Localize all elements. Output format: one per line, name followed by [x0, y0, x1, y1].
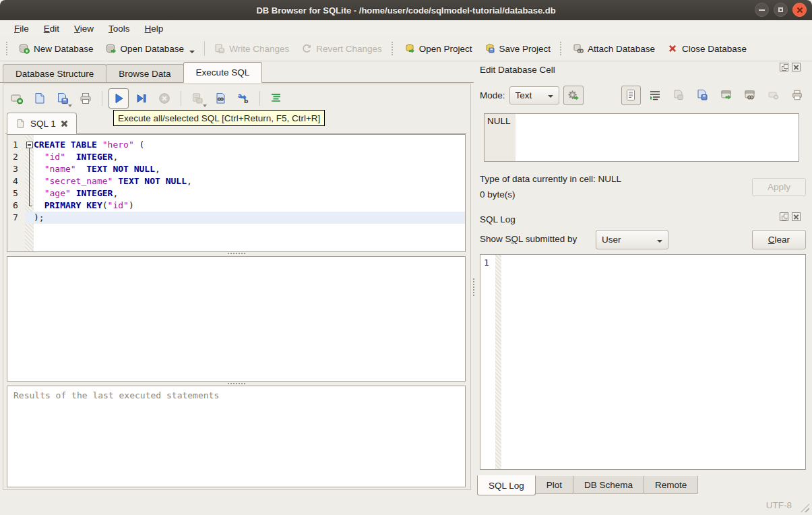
- text-mode-button[interactable]: [621, 86, 641, 105]
- open-project-button[interactable]: Open Project: [398, 40, 478, 57]
- toolbar-grip[interactable]: [392, 42, 395, 55]
- fold-collapse-icon[interactable]: [25, 139, 34, 151]
- open-project-icon: [404, 43, 415, 54]
- maximize-button[interactable]: [774, 3, 788, 17]
- log-filter-combobox[interactable]: User: [596, 230, 668, 249]
- apply-button[interactable]: Apply: [752, 178, 806, 196]
- code-text: CREATE TABLE "hero" (: [34, 139, 465, 151]
- save-project-button[interactable]: Save Project: [478, 40, 557, 57]
- write-changes-button[interactable]: Write Changes: [208, 40, 295, 57]
- sql-editor-lines: 1CREATE TABLE "hero" (2 "id" INTEGER,3 "…: [7, 139, 465, 224]
- menu-help[interactable]: Help: [137, 22, 171, 36]
- open-database-dropdown-icon[interactable]: [189, 51, 195, 53]
- tab-browse-data[interactable]: Browse Data: [106, 64, 183, 82]
- code-line[interactable]: 4 "secret_name" TEXT NOT NULL,: [7, 175, 465, 187]
- copy-link-button[interactable]: [740, 86, 759, 105]
- tab-database-structure[interactable]: Database Structure: [3, 64, 106, 82]
- find-replace-icon: a b: [237, 92, 250, 105]
- print-cell-button[interactable]: [788, 86, 807, 105]
- sql-log-dock-title: SQL Log: [480, 212, 807, 226]
- open-sql-file-icon: [33, 92, 46, 105]
- code-line[interactable]: 1CREATE TABLE "hero" (: [7, 139, 465, 151]
- open-external-button[interactable]: [716, 86, 736, 105]
- toolbar-grip[interactable]: [560, 42, 563, 55]
- results-message-pane[interactable]: Results of the last executed statements: [7, 386, 466, 487]
- toolbar-grip[interactable]: [6, 42, 9, 55]
- float-dock-icon[interactable]: [780, 212, 788, 221]
- save-sql-dropdown-icon[interactable]: [68, 104, 72, 107]
- open-database-button[interactable]: Open Database: [100, 40, 201, 57]
- grid-message-splitter[interactable]: [7, 382, 466, 386]
- log-line-number: 1: [480, 255, 805, 268]
- code-text: "age" INTEGER,: [34, 187, 465, 200]
- revert-changes-button[interactable]: Revert Changes: [295, 40, 388, 57]
- fold-margin: [25, 151, 34, 163]
- main-toolbar: New Database Open Database Write Changes: [0, 36, 812, 61]
- open-database-icon: [106, 43, 117, 54]
- menu-tools[interactable]: Tools: [101, 22, 137, 36]
- close-dock-icon[interactable]: [792, 63, 801, 71]
- resize-grip[interactable]: [801, 504, 809, 512]
- tab-remote[interactable]: Remote: [644, 476, 698, 494]
- revert-changes-icon: [301, 43, 312, 54]
- new-database-button[interactable]: New Database: [13, 40, 100, 57]
- tab-db-schema[interactable]: DB Schema: [573, 476, 644, 494]
- line-number: 6: [7, 200, 25, 212]
- sql-log-area[interactable]: 1: [480, 254, 806, 470]
- code-line[interactable]: 6 PRIMARY KEY("id"): [7, 200, 465, 212]
- import-data-button[interactable]: [668, 86, 688, 105]
- maximize-icon: [778, 7, 783, 12]
- main-vertical-splitter[interactable]: [471, 84, 476, 490]
- close-button[interactable]: [792, 3, 807, 17]
- results-placeholder: Results of the last executed statements: [13, 390, 219, 400]
- float-dock-icon[interactable]: [780, 63, 788, 71]
- new-sql-tab-button[interactable]: [7, 88, 27, 109]
- close-dock-icon[interactable]: [792, 212, 801, 221]
- sql1-tab-label: SQL 1: [30, 119, 56, 129]
- attach-database-button[interactable]: Attach Database: [567, 40, 661, 57]
- titlebar[interactable]: DB Browser for SQLite - /home/user/code/…: [0, 0, 812, 20]
- sql1-tab[interactable]: SQL 1: [7, 113, 77, 134]
- results-grid-pane[interactable]: [7, 256, 466, 382]
- app-window: DB Browser for SQLite - /home/user/code/…: [0, 0, 812, 515]
- link-icon: [744, 89, 756, 101]
- minimize-button[interactable]: [755, 3, 769, 17]
- close-database-button[interactable]: Close Database: [661, 40, 753, 57]
- tab-plot[interactable]: Plot: [535, 476, 573, 494]
- menu-edit[interactable]: Edit: [36, 22, 67, 36]
- print-cell-icon: [791, 89, 803, 101]
- code-line[interactable]: 5 "age" INTEGER,: [7, 187, 465, 200]
- cell-value-editor[interactable]: NULL: [484, 113, 799, 162]
- menu-view[interactable]: View: [67, 22, 101, 36]
- auto-apply-button[interactable]: [563, 86, 583, 105]
- find-replace-button[interactable]: a b: [233, 88, 253, 109]
- find-button[interactable]: [210, 88, 230, 109]
- open-sql-file-button[interactable]: [30, 88, 50, 109]
- export-results-button[interactable]: [187, 88, 208, 109]
- execute-all-button[interactable]: [108, 88, 129, 109]
- format-sql-button[interactable]: [266, 88, 286, 109]
- code-text: "secret_name" TEXT NOT NULL,: [34, 175, 465, 187]
- fold-margin: [25, 175, 34, 187]
- clear-log-button[interactable]: Clear: [752, 230, 806, 249]
- code-line[interactable]: 2 "id" INTEGER,: [7, 151, 465, 163]
- edit-cell-dock-title: Edit Database Cell: [480, 62, 807, 77]
- print-sql-button[interactable]: [75, 88, 96, 109]
- editor-results-splitter[interactable]: [7, 252, 466, 255]
- menu-file[interactable]: File: [7, 22, 36, 36]
- tab-sql-log[interactable]: SQL Log: [477, 475, 536, 495]
- code-line[interactable]: 3 "name" TEXT NOT NULL,: [7, 163, 465, 175]
- stop-execution-button[interactable]: [154, 88, 175, 109]
- set-null-button[interactable]: [763, 86, 783, 105]
- tab-execute-sql[interactable]: Execute SQL: [183, 62, 263, 83]
- close-sql1-tab-icon[interactable]: [61, 120, 68, 127]
- sql-code-editor[interactable]: 1CREATE TABLE "hero" (2 "id" INTEGER,3 "…: [7, 134, 466, 252]
- execute-line-button[interactable]: [131, 88, 152, 109]
- text-mode-icon: [625, 89, 637, 101]
- code-line[interactable]: 7);: [7, 212, 465, 224]
- mode-combobox[interactable]: Text: [509, 86, 560, 104]
- word-wrap-button[interactable]: [645, 86, 664, 105]
- menubar: File Edit View Tools Help: [0, 20, 812, 36]
- export-data-button[interactable]: [693, 86, 712, 105]
- save-sql-file-button[interactable]: [53, 88, 73, 109]
